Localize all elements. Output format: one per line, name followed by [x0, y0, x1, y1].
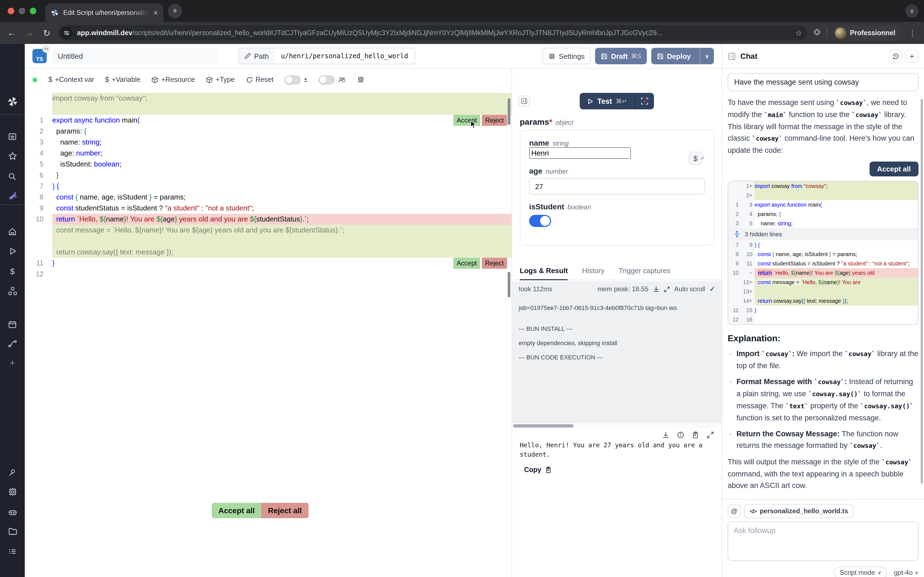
code-lines[interactable]: import cowsay from "cowsay"; 1export asy…	[25, 91, 512, 280]
code-line[interactable]: 10 return `Hello, ${name}! You are ${age…	[25, 214, 512, 225]
code-line[interactable]: 11}AcceptReject	[25, 258, 512, 269]
multiplayer-toggle[interactable]	[318, 75, 335, 84]
expand-logs-icon[interactable]	[664, 286, 670, 292]
browser-tab[interactable]: Edit Script u/henri/personalize ×	[45, 3, 163, 22]
code-editor[interactable]: import cowsay from "cowsay"; 1export asy…	[25, 91, 512, 577]
code-line[interactable]	[25, 236, 512, 247]
code-line[interactable]: 2 params: {	[25, 126, 512, 137]
sidebar-item-folders[interactable]	[0, 524, 25, 538]
close-window-button[interactable]	[8, 8, 14, 14]
sidebar-item-workers[interactable]	[0, 505, 25, 519]
download-result-icon[interactable]	[662, 431, 669, 438]
chat-history-button[interactable]	[889, 50, 902, 63]
test-button[interactable]: Test ⌘↵	[580, 93, 654, 110]
sidebar-item-logs[interactable]	[0, 544, 25, 558]
reject-all-button[interactable]: Reject all	[261, 503, 308, 518]
tab-close-icon[interactable]: ×	[153, 8, 158, 17]
minimize-window-button[interactable]	[19, 8, 25, 14]
scrollbar-mark[interactable]	[508, 98, 510, 125]
back-icon[interactable]: ←	[5, 28, 18, 38]
code-line[interactable]: const message = `Hello, ${name}! You are…	[25, 225, 512, 236]
url-text[interactable]: app.windmill.dev/scripts/edit/u/henri/pe…	[77, 29, 791, 37]
sidebar-item-favorites[interactable]	[0, 149, 25, 163]
isstudent-toggle[interactable]	[529, 215, 551, 227]
accept-all-button[interactable]: Accept all	[212, 503, 261, 518]
code-line[interactable]: 3 name: string;	[25, 137, 512, 148]
code-line[interactable]: 4 age: number;	[25, 148, 512, 159]
chat-diff-block[interactable]: 1+import cowsay from "cowsay";2+ 13expor…	[728, 181, 919, 325]
logs-horizontal-scrollbar[interactable]	[512, 423, 722, 428]
context-file-chip[interactable]: </> personalized_hello_world.ts	[744, 504, 854, 518]
window-controls[interactable]	[8, 8, 36, 14]
reject-hunk-button[interactable]: Reject	[482, 258, 507, 269]
sidebar-item-schedules[interactable]	[0, 317, 25, 331]
code-line[interactable]: 1export async function main(AcceptReject	[25, 115, 512, 126]
sidebar-item-apps[interactable]	[0, 129, 25, 143]
mention-button[interactable]: @	[728, 504, 741, 517]
editor-settings-gear-icon[interactable]	[357, 76, 365, 84]
accept-hunk-button[interactable]: Accept	[454, 258, 480, 269]
download-logs-icon[interactable]	[653, 286, 659, 292]
add-context-var-button[interactable]: $+Context var	[48, 76, 94, 84]
sidebar-item-variables[interactable]: $	[0, 264, 25, 278]
sidebar-item-routes[interactable]	[0, 336, 25, 351]
chat-panel-icon[interactable]	[728, 52, 736, 60]
address-bar[interactable]: app.windmill.dev/scripts/edit/u/henri/pe…	[58, 25, 808, 41]
age-field[interactable]	[529, 178, 705, 195]
followup-input[interactable]	[728, 522, 919, 561]
scrollbar-mark[interactable]	[508, 272, 510, 297]
add-resource-button[interactable]: +Resource	[152, 76, 195, 84]
sidebar-item-home[interactable]	[0, 224, 25, 239]
deploy-button[interactable]: Deploy ∨	[651, 48, 714, 64]
browser-menu-icon[interactable]: ⋮	[906, 29, 919, 37]
tab-history[interactable]: History	[582, 263, 604, 280]
code-line[interactable]: 6 }	[25, 170, 512, 181]
chat-messages[interactable]: Have the message sent using cowsay To ha…	[722, 69, 924, 499]
bookmark-star-icon[interactable]: ☆	[795, 29, 802, 37]
chat-accept-all-button[interactable]: Accept all	[869, 161, 919, 176]
code-line[interactable]: 5 isStudent: boolean;	[25, 159, 512, 170]
script-summary-input[interactable]: Untitled	[52, 48, 217, 64]
site-info-icon[interactable]	[60, 27, 73, 39]
add-variable-button[interactable]: $+Variable	[105, 76, 140, 84]
new-chat-button[interactable]: +	[905, 50, 919, 63]
code-line[interactable]: 7) {	[25, 181, 512, 192]
windmill-logo[interactable]	[0, 95, 25, 109]
sidebar-item-runs[interactable]	[0, 244, 25, 258]
deploy-dropdown-chevron[interactable]: ∨	[699, 48, 714, 64]
zoom-window-button[interactable]	[30, 8, 36, 14]
forward-icon[interactable]: →	[23, 28, 35, 38]
tab-search-button[interactable]: ∨	[905, 5, 919, 18]
copy-result-button[interactable]: Copy	[524, 466, 714, 474]
collapse-panel-icon[interactable]	[519, 96, 530, 106]
reject-hunk-button[interactable]: Reject	[482, 115, 507, 126]
tab-logs-result[interactable]: Logs & Result	[520, 263, 568, 280]
extensions-icon[interactable]	[813, 28, 821, 38]
sidebar-item-settings[interactable]	[0, 485, 25, 499]
sidebar-item-users[interactable]	[0, 466, 25, 480]
hidden-lines-row[interactable]: 3 hidden lines	[728, 228, 918, 240]
new-tab-button[interactable]: +	[168, 4, 182, 18]
add-type-button[interactable]: +Type	[206, 76, 234, 84]
focus-run-icon[interactable]	[635, 93, 654, 110]
diff-mode-toggle[interactable]	[284, 75, 301, 84]
sidebar-item-more[interactable]: +	[0, 356, 25, 371]
run-logs[interactable]: job=01975ee7-1bb7-0615-91c3-4eb0f870c71b…	[512, 297, 722, 423]
resize-handle[interactable]	[700, 156, 704, 160]
reset-button[interactable]: Reset	[246, 76, 273, 84]
path-chip[interactable]: Path u/henri/personalized_hello_world	[238, 48, 415, 64]
tab-trigger-captures[interactable]: Trigger captures	[619, 263, 670, 280]
mode-select[interactable]: Script mode∨	[834, 567, 887, 577]
code-line[interactable]: 9 const studentStatus = isStudent ? "a s…	[25, 203, 512, 214]
code-line[interactable]: 8 const { name, age, isStudent } = param…	[25, 192, 512, 203]
sidebar-item-resources[interactable]	[0, 284, 25, 298]
ai-wand-icon[interactable]	[0, 189, 25, 203]
code-line[interactable]: import cowsay from "cowsay";	[25, 93, 512, 104]
draft-button[interactable]: Draft ⌘S	[595, 48, 646, 64]
autoscroll-label[interactable]: Auto scroll	[674, 285, 705, 293]
chat-scrollbar[interactable]	[921, 99, 923, 484]
name-field[interactable]	[529, 147, 631, 159]
settings-button[interactable]: Settings	[542, 48, 591, 64]
code-line[interactable]: 12	[25, 269, 512, 280]
model-select[interactable]: gpt-4o∨	[894, 569, 919, 577]
